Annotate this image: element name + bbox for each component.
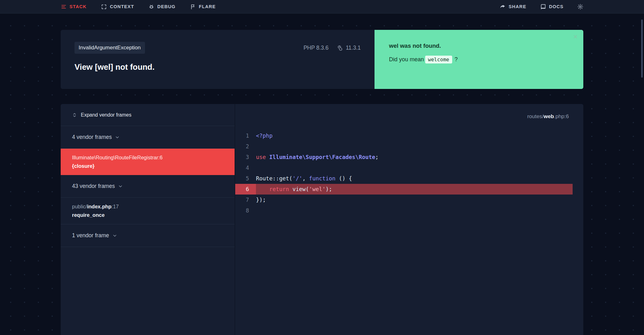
code-token <box>266 154 269 160</box>
suggestion-code: welcome <box>425 56 452 63</box>
code-text: Route::get('/', function () { <box>256 173 352 184</box>
share-button[interactable]: SHARE <box>500 4 526 10</box>
docs-icon <box>540 4 546 10</box>
code-token: Illuminate\Support\Facades\Route <box>269 154 375 160</box>
code-token: () { <box>336 175 352 182</box>
vendor-frames-group-3[interactable]: 1 vendor frame <box>61 224 235 247</box>
error-message: View [wel] not found. <box>75 63 361 72</box>
line-number: 7 <box>235 195 256 205</box>
solution-text-after: ? <box>455 56 458 63</box>
share-icon <box>500 4 506 10</box>
breadcrumb-suffix: .php:6 <box>554 113 569 119</box>
code-text: <?php <box>256 130 273 141</box>
stack-trace-card: Expand vendor frames 4 vendor frames Ill… <box>61 104 583 335</box>
frame-method: {closure} <box>72 163 223 169</box>
error-pane: InvalidArgumentException PHP 8.3.6 11.3.… <box>61 30 375 89</box>
line-number: 1 <box>235 130 256 141</box>
solution-panel: × wel was not found. Did you mean welcom… <box>375 30 583 89</box>
tab-stack[interactable]: STACK <box>61 4 86 10</box>
breadcrumb-file: web <box>544 113 554 119</box>
expand-vendor-frames-button[interactable]: Expand vendor frames <box>61 104 235 126</box>
tab-context-label: CONTEXT <box>110 4 134 9</box>
code-token: ; <box>375 154 379 160</box>
code-line: 8 <box>235 205 573 216</box>
vendor-frames-group-2-label: 43 vendor frames <box>72 183 115 189</box>
exception-class-badge: InvalidArgumentException <box>75 42 145 54</box>
code-token: }); <box>256 197 266 203</box>
version-meta: PHP 8.3.6 11.3.1 <box>303 45 361 51</box>
frame-location: public/index.php:17 <box>72 204 223 210</box>
docs-button[interactable]: DOCS <box>540 4 564 10</box>
code-line: 5Route::get('/', function () { <box>235 173 573 184</box>
context-icon <box>101 4 107 10</box>
code-token: '/' <box>292 175 303 182</box>
debug-icon <box>148 4 154 10</box>
frame-method: require_once <box>72 212 223 218</box>
code-lines: 1<?php23use Illuminate\Support\Facades\R… <box>235 130 583 216</box>
code-token: ); <box>325 186 332 192</box>
laravel-icon <box>337 45 343 51</box>
vendor-frames-group-1[interactable]: 4 vendor frames <box>61 126 235 149</box>
tab-context[interactable]: CONTEXT <box>101 4 134 10</box>
vendor-frames-group-2[interactable]: 43 vendor frames <box>61 175 235 198</box>
tab-debug-label: DEBUG <box>157 4 175 9</box>
code-token: 'wel' <box>309 186 326 192</box>
line-number: 3 <box>235 152 256 162</box>
chevron-down-icon <box>112 233 117 238</box>
line-number: 5 <box>235 173 256 184</box>
laravel-version-label: 11.3.1 <box>346 45 361 51</box>
code-text: return view('wel'); <box>256 184 332 195</box>
stack-frame-active[interactable]: Illuminate\Routing\RouteFileRegistrar:6 … <box>61 149 235 175</box>
stack-frame-app[interactable]: public/index.php:17 require_once <box>61 198 235 224</box>
vendor-frames-group-1-label: 4 vendor frames <box>72 134 112 140</box>
tab-flare[interactable]: FLARE <box>190 4 216 10</box>
frame-location: Illuminate\Routing\RouteFileRegistrar:6 <box>72 155 223 161</box>
php-version: PHP 8.3.6 <box>303 45 328 51</box>
stack-frames-panel: Expand vendor frames 4 vendor frames Ill… <box>61 104 235 335</box>
expand-vendor-frames-label: Expand vendor frames <box>81 112 131 118</box>
settings-button[interactable] <box>577 4 583 10</box>
code-line: 7}); <box>235 195 573 205</box>
line-number: 8 <box>235 205 256 216</box>
code-token <box>256 186 269 192</box>
breadcrumb-dir: routes/ <box>527 113 544 119</box>
code-line: 1<?php <box>235 130 573 141</box>
code-token: , <box>303 175 309 182</box>
code-line-highlighted: 6 return view('wel'); <box>235 184 573 195</box>
code-text: }); <box>256 195 266 205</box>
file-breadcrumb: routes/web.php:6 <box>527 113 569 120</box>
code-token: function <box>309 175 336 182</box>
code-token: use <box>256 154 266 160</box>
code-token: <?php <box>256 133 273 139</box>
stack-icon <box>61 4 67 10</box>
tab-flare-label: FLARE <box>199 4 216 9</box>
solution-body: Did you mean welcome ? <box>389 56 569 63</box>
nav-tabs: STACK CONTEXT DEBUG FLARE <box>61 4 216 10</box>
expand-collapse-icon <box>72 113 77 118</box>
frame-file: index.php <box>87 204 112 209</box>
code-token: Route::get( <box>256 175 292 182</box>
laravel-version: 11.3.1 <box>337 45 361 51</box>
code-token: return <box>269 186 289 192</box>
nav-actions: SHARE DOCS <box>500 4 583 10</box>
docs-label: DOCS <box>549 4 564 9</box>
top-navbar: STACK CONTEXT DEBUG FLARE SHARE DOC <box>0 0 644 14</box>
share-label: SHARE <box>508 4 526 9</box>
tab-stack-label: STACK <box>69 4 86 9</box>
solution-text-before: Did you mean <box>389 56 424 63</box>
close-icon[interactable]: × <box>573 33 578 41</box>
flare-flag-icon <box>190 4 196 10</box>
code-line: 4 <box>235 162 573 173</box>
code-token: view( <box>289 186 309 192</box>
page-scrollbar[interactable] <box>641 19 643 78</box>
line-number: 4 <box>235 162 256 173</box>
code-line: 2 <box>235 141 573 152</box>
line-number: 6 <box>235 184 256 195</box>
gear-icon <box>577 4 583 10</box>
code-text: use Illuminate\Support\Facades\Route; <box>256 152 379 162</box>
error-card: InvalidArgumentException PHP 8.3.6 11.3.… <box>61 30 583 89</box>
code-panel: routes/web.php:6 1<?php23use Illuminate\… <box>235 104 583 335</box>
tab-debug[interactable]: DEBUG <box>148 4 175 10</box>
solution-title: wel was not found. <box>389 42 569 49</box>
frame-dir: public/ <box>72 204 87 209</box>
